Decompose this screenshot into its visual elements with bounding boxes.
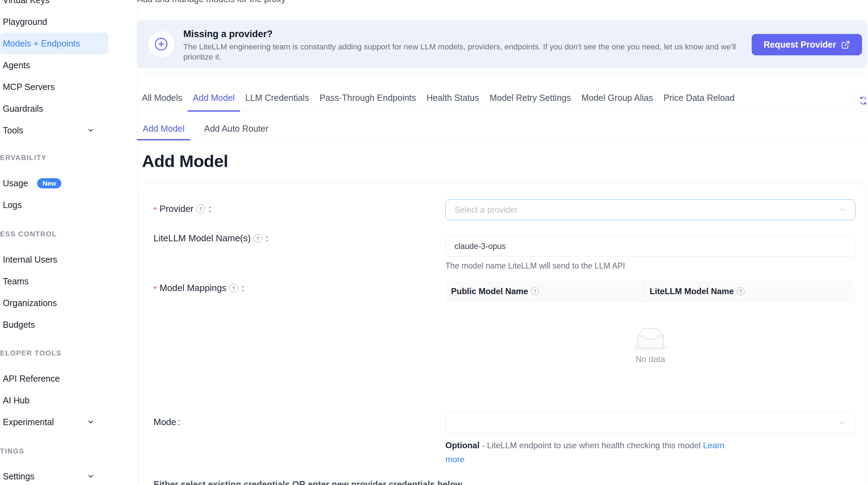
- tab-label: Add Model: [193, 93, 235, 103]
- model-name-value: claude-3-opus: [454, 242, 506, 251]
- model-mappings-label: * Model Mappings ? :: [153, 283, 244, 293]
- empty-box-icon: [633, 328, 668, 351]
- sidebar-item-label: Internal Users: [3, 255, 57, 265]
- chevron-down-icon: [839, 419, 846, 427]
- sidebar-item-logs[interactable]: Logs: [0, 194, 137, 216]
- sidebar: Virtual Keys Playground Models + Endpoin…: [0, 0, 138, 485]
- question-glyph: ?: [256, 235, 259, 241]
- mode-helper-text: - LiteLLM endpoint to use when health ch…: [479, 441, 703, 450]
- sidebar-item-internal-users[interactable]: Internal Users: [0, 249, 137, 270]
- tab-label: Model Group Alias: [581, 93, 653, 103]
- help-question-icon[interactable]: ?: [253, 234, 262, 243]
- sidebar-item-label: Virtual Keys: [3, 0, 49, 5]
- sidebar-item-models-endpoints[interactable]: Models + Endpoints: [0, 33, 109, 54]
- request-provider-label: Request Provider: [764, 40, 836, 50]
- chevron-down-icon: [87, 126, 95, 134]
- sidebar-item-api-reference[interactable]: API Reference: [0, 368, 137, 389]
- model-tabs: All Models Add Model LLM Credentials Pas…: [137, 84, 867, 112]
- subtab-add-auto-router[interactable]: Add Auto Router: [198, 117, 274, 140]
- provider-label-text: Provider: [159, 203, 193, 214]
- question-glyph: ?: [533, 289, 536, 294]
- sidebar-nav-list: Virtual Keys Playground Models + Endpoin…: [0, 0, 137, 485]
- mode-helper-bold: Optional: [445, 441, 479, 450]
- help-question-icon[interactable]: ?: [196, 205, 205, 213]
- subtab-label: Add Auto Router: [204, 124, 268, 134]
- required-asterisk: *: [153, 284, 157, 294]
- request-provider-button[interactable]: Request Provider: [752, 34, 862, 55]
- sidebar-item-label: Usage: [3, 178, 28, 188]
- banner-title: Missing a provider?: [183, 29, 273, 40]
- sidebar-item-label: Experimental: [3, 417, 54, 427]
- sidebar-item-label: Settings: [3, 471, 34, 481]
- column-header-litellm-model-name: LiteLLM Model Name ?: [644, 280, 855, 302]
- mode-helper: Optional - LiteLLM endpoint to use when …: [445, 438, 738, 466]
- tab-label: All Models: [142, 93, 182, 103]
- label-colon: :: [209, 203, 211, 214]
- sidebar-item-ai-hub[interactable]: AI Hub: [0, 389, 137, 411]
- tab-add-model[interactable]: Add Model: [187, 84, 240, 111]
- model-mappings-label-text: Model Mappings: [159, 283, 226, 293]
- sidebar-item-settings[interactable]: Settings: [0, 465, 137, 485]
- new-badge: New: [37, 178, 61, 188]
- tab-health-status[interactable]: Health Status: [421, 84, 484, 111]
- sidebar-item-playground[interactable]: Playground: [0, 11, 137, 33]
- refresh-button[interactable]: [854, 92, 868, 109]
- page-subtitle: Add and manage models for the proxy: [137, 0, 286, 4]
- tab-all-models[interactable]: All Models: [137, 84, 187, 111]
- refresh-icon: [859, 96, 868, 105]
- add-model-subtabs: Add Model Add Auto Router: [137, 117, 867, 140]
- mode-label: Mode :: [153, 417, 180, 428]
- table-header-row: Public Model Name ? LiteLLM Model Name ?: [445, 280, 855, 302]
- help-question-icon[interactable]: ?: [737, 287, 745, 295]
- sidebar-item-agents[interactable]: Agents: [0, 54, 137, 76]
- model-name-input[interactable]: claude-3-opus: [445, 236, 855, 257]
- column-header-label: LiteLLM Model Name: [650, 286, 734, 296]
- sidebar-item-teams[interactable]: Teams: [0, 270, 137, 292]
- label-colon: :: [178, 417, 180, 428]
- required-asterisk: *: [153, 205, 157, 215]
- section-label: ERVABILITY: [0, 154, 47, 162]
- sidebar-item-label: Guardrails: [3, 104, 43, 114]
- help-question-icon[interactable]: ?: [229, 284, 238, 292]
- tab-llm-credentials[interactable]: LLM Credentials: [240, 84, 314, 111]
- question-glyph: ?: [199, 206, 202, 212]
- sidebar-item-guardrails[interactable]: Guardrails: [0, 98, 137, 119]
- sidebar-item-label: Organizations: [3, 298, 57, 308]
- sidebar-item-mcp-servers[interactable]: MCP Servers: [0, 76, 137, 98]
- section-label: TINGS: [0, 447, 24, 455]
- tab-model-retry-settings[interactable]: Model Retry Settings: [484, 84, 576, 111]
- subtab-add-model[interactable]: Add Model: [137, 117, 191, 140]
- sidebar-item-virtual-keys[interactable]: Virtual Keys: [0, 0, 137, 11]
- model-mappings-table: Public Model Name ? LiteLLM Model Name ?: [445, 280, 855, 390]
- tab-price-data-reload[interactable]: Price Data Reload: [658, 84, 740, 111]
- help-question-icon[interactable]: ?: [531, 287, 539, 295]
- provider-select[interactable]: Select a provider: [445, 199, 855, 220]
- tab-pass-through-endpoints[interactable]: Pass-Through Endpoints: [314, 84, 421, 111]
- sidebar-item-label: Teams: [3, 276, 29, 286]
- sidebar-item-budgets[interactable]: Budgets: [0, 314, 137, 335]
- tab-model-group-alias[interactable]: Model Group Alias: [576, 84, 658, 111]
- credentials-note: Either select existing credentials OR en…: [153, 479, 462, 485]
- page-title: Add Model: [142, 151, 228, 171]
- missing-provider-banner: Missing a provider? The LiteLLM engineer…: [137, 20, 867, 68]
- tab-label: LLM Credentials: [245, 93, 309, 103]
- provider-label: * Provider ? :: [153, 203, 211, 214]
- sidebar-section-access-control: ESS CONTROL: [0, 223, 137, 245]
- tab-label: Model Retry Settings: [490, 93, 571, 103]
- external-link-icon: [841, 40, 850, 49]
- subtab-label: Add Model: [143, 124, 185, 134]
- question-glyph: ?: [739, 289, 742, 294]
- mode-select[interactable]: [445, 413, 855, 434]
- question-glyph: ?: [232, 285, 235, 291]
- sidebar-item-experimental[interactable]: Experimental: [0, 411, 137, 433]
- sidebar-item-label: Agents: [3, 60, 30, 70]
- sidebar-item-usage[interactable]: Usage New: [0, 172, 137, 194]
- sidebar-item-tools[interactable]: Tools: [0, 119, 137, 141]
- section-label: ELOPER TOOLS: [0, 349, 62, 357]
- sidebar-item-organizations[interactable]: Organizations: [0, 292, 137, 314]
- tab-label: Health Status: [426, 93, 479, 103]
- table-empty-state: No data: [445, 302, 855, 390]
- sidebar-item-label: Models + Endpoints: [3, 39, 80, 49]
- sidebar-section-observability: ERVABILITY: [0, 147, 137, 168]
- model-name-label-text: LiteLLM Model Name(s): [153, 233, 251, 244]
